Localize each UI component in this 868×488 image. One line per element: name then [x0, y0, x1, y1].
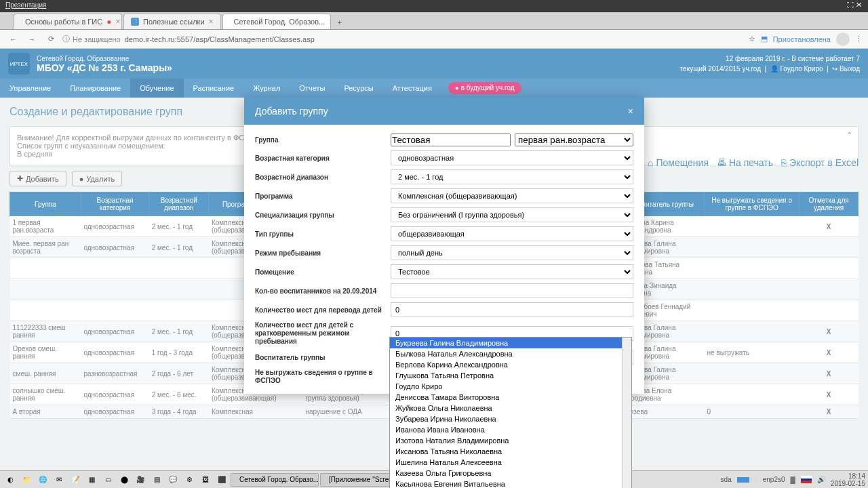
dropdown-item[interactable]: Верлова Карина Александровна	[390, 359, 631, 370]
app-title: МБОУ «ДС № 253 г. Самары»	[37, 62, 673, 73]
app-logo: ИРТЕХ	[8, 53, 30, 75]
nav-management[interactable]: Управление	[0, 79, 60, 98]
program-select[interactable]: Комплексная (общеразвивающая)	[391, 188, 633, 203]
avatar-icon[interactable]	[836, 33, 850, 46]
tab-1[interactable]: Полезные ссылки×	[123, 14, 221, 29]
close-icon[interactable]: ×	[628, 106, 633, 117]
back-button[interactable]: ←	[5, 32, 20, 47]
app-header: ИРТЕХ Сетевой Город. Образование МБОУ «Д…	[0, 49, 868, 79]
delete-button[interactable]: ● Удалить	[72, 171, 123, 186]
star-icon[interactable]: ☆	[749, 35, 755, 43]
teacher-dropdown-list[interactable]: Букреева Галина ВладимировнаБылкова Ната…	[389, 337, 632, 488]
room-select[interactable]: Тестовое	[391, 264, 633, 279]
spec-select[interactable]: Без ограничений (I группа здоровья)	[391, 207, 633, 222]
header-date: 12 февраля 2019 г. - В системе работает …	[680, 54, 860, 64]
age-range-select[interactable]: 2 мес. - 1 год	[391, 169, 633, 184]
age-category-select[interactable]: одновозрастная	[391, 150, 633, 165]
future-year-pill[interactable]: ● в будущий уч.год	[448, 82, 521, 94]
menu-icon[interactable]: ⋮	[855, 35, 863, 43]
dropdown-item[interactable]: Глушкова Татьяна Петровна	[390, 370, 631, 381]
add-group-modal: Добавить группу × Группа первая ран.возр…	[244, 98, 644, 394]
tb-icon[interactable]: ⚙	[182, 473, 197, 487]
tb-icon[interactable]: ✉	[52, 473, 66, 487]
nav-education[interactable]: Обучение	[130, 79, 183, 98]
close-icon[interactable]: ×	[209, 17, 214, 26]
flag-icon[interactable]	[801, 476, 812, 483]
address-bar: ← → ⟳ ⓘ Не защищено demo.ir-tech.ru:5557…	[0, 30, 868, 49]
tb-icon[interactable]: 📁	[19, 473, 34, 487]
print-link[interactable]: 🖶 На печать	[717, 157, 773, 168]
column-header[interactable]: Отметка для удаления	[800, 192, 859, 216]
forward-button[interactable]: →	[24, 32, 39, 47]
tab-2[interactable]: Сетевой Город. Образов...×	[222, 14, 331, 29]
export-link[interactable]: ⎘ Экспорт в Excel	[781, 157, 859, 168]
nav-planning[interactable]: Планирование	[60, 79, 130, 98]
column-header[interactable]: Возрастная категория	[81, 192, 149, 216]
app-subtitle: Сетевой Город. Образование	[37, 55, 673, 62]
nav-reports[interactable]: Отчеты	[290, 79, 334, 98]
url-display[interactable]: demo.ir-tech.ru:5557/asp/ClassManagement…	[125, 35, 315, 43]
reload-button[interactable]: ⟳	[43, 32, 58, 47]
tb-icon[interactable]: ▤	[149, 473, 164, 487]
nav-resources[interactable]: Ресурсы	[334, 79, 382, 98]
modal-title: Добавить группу	[255, 106, 328, 117]
exit-link[interactable]: Выход	[840, 65, 860, 73]
window-controls[interactable]: ⛶ ✕	[847, 1, 863, 11]
collapse-icon[interactable]: ⌃	[846, 131, 852, 140]
count-input[interactable]	[391, 283, 633, 298]
taskbar-task[interactable]: Сетевой Город. Образо...	[231, 473, 319, 487]
suspended-label: Приостановлена	[773, 35, 831, 43]
dropdown-item[interactable]: Денисова Тамара Викторовна	[390, 392, 631, 403]
column-header[interactable]: Группа	[10, 192, 81, 216]
browser-tabs: Основы работы в ГИС●× Полезные ссылки× С…	[0, 12, 868, 30]
column-header[interactable]: Не выгружать сведения о группе в ФСПЭО	[705, 192, 800, 216]
os-topbar: Презентация ⛶ ✕	[0, 0, 868, 12]
start-icon[interactable]: ◐	[3, 473, 18, 487]
dropdown-item[interactable]: Казеева Ольга Григорьевна	[390, 468, 631, 479]
nav-attestation[interactable]: Аттестация	[383, 79, 441, 98]
nav-journal[interactable]: Журнал	[243, 79, 290, 98]
group-input[interactable]	[391, 134, 511, 146]
dropdown-item[interactable]: Букреева Галина Владимировна	[390, 338, 631, 348]
close-icon[interactable]: ×	[115, 17, 120, 26]
dropdown-item[interactable]: Иксанова Татьяна Николаевна	[390, 446, 631, 457]
tb-icon[interactable]: 🎥	[133, 473, 148, 487]
column-header[interactable]: Возрастной диапазон	[149, 192, 209, 216]
mode-select[interactable]: полный день	[391, 245, 633, 260]
close-icon[interactable]: ×	[329, 17, 330, 26]
tb-icon[interactable]: ⬤	[117, 473, 132, 487]
dropdown-item[interactable]: Изотова Наталия Владимировна	[390, 435, 631, 446]
tb-icon[interactable]: 📝	[68, 473, 83, 487]
tb-icon[interactable]: 💬	[165, 473, 180, 487]
main-nav: Управление Планирование Обучение Расписа…	[0, 79, 868, 98]
dropdown-item[interactable]: Гоудло Криро	[390, 381, 631, 392]
scrollbar[interactable]	[622, 338, 631, 488]
dropdown-item[interactable]: Жуйкова Ольга Николаевна	[390, 403, 631, 413]
tb-icon[interactable]: ⬛	[214, 473, 229, 487]
dropdown-item[interactable]: Былкова Наталья Александровна	[390, 348, 631, 359]
group-select[interactable]: первая ран.возраста	[515, 134, 633, 146]
new-tab-button[interactable]: +	[332, 16, 347, 29]
rooms-link[interactable]: ⌂ Помещения	[648, 157, 709, 168]
tb-icon[interactable]: ▦	[84, 473, 99, 487]
nav-schedule[interactable]: Расписание	[184, 79, 244, 98]
dropdown-item[interactable]: Касьянова Евгения Витальевна	[390, 479, 631, 488]
presentation-link[interactable]: Презентация	[5, 1, 46, 11]
add-button[interactable]: ✚ Добавить	[9, 171, 66, 186]
tb-icon[interactable]: 🖼	[198, 473, 213, 487]
dropdown-item[interactable]: Зубарева Ирина Николаевна	[390, 413, 631, 424]
tab-0[interactable]: Основы работы в ГИС●×	[14, 14, 122, 29]
toolbar-right: ⌂ Помещения 🖶 На печать ⎘ Экспорт в Exce…	[648, 157, 859, 168]
tb-icon[interactable]: 🌐	[35, 473, 50, 487]
security-indicator[interactable]: ⓘ Не защищено	[62, 34, 121, 44]
dropdown-item[interactable]: Ишелина Наталья Алексеевна	[390, 457, 631, 468]
tb-icon[interactable]: ▭	[100, 473, 115, 487]
transfer-input[interactable]	[391, 302, 633, 317]
dropdown-item[interactable]: Иванова Ивана Ивановна	[390, 424, 631, 435]
type-select[interactable]: общеразвивающая	[391, 226, 633, 241]
